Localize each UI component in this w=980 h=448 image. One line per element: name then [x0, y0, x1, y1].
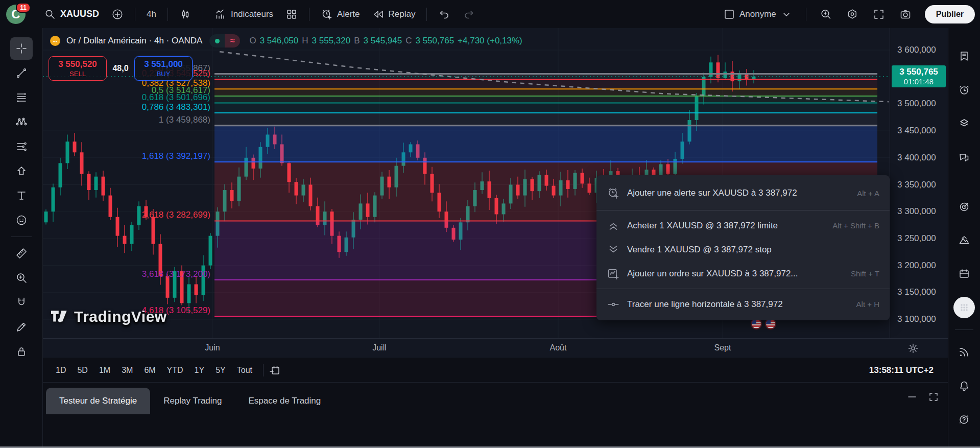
quick-search-button[interactable]	[815, 5, 837, 24]
context-menu-item[interactable]: Tracer une ligne horizontale à 3 387,972…	[596, 292, 890, 316]
help-icon	[958, 413, 970, 426]
price-tick: 3 350,000	[897, 180, 936, 190]
sidebar-screener-icon[interactable]	[953, 196, 975, 217]
tool-emoji-icon[interactable]	[10, 209, 33, 231]
tool-magnet-icon[interactable]	[10, 291, 33, 314]
layout-square-icon	[723, 8, 735, 20]
redo-button[interactable]	[458, 5, 480, 24]
time-axis-month[interactable]: Août	[543, 343, 573, 352]
sidebar-divider	[955, 329, 973, 330]
indicators-icon	[214, 8, 227, 20]
timeframe-6m[interactable]: 6M	[138, 363, 161, 378]
sidebar-ideas-icon[interactable]	[953, 229, 975, 251]
timeframe-3m[interactable]: 3M	[116, 363, 138, 378]
timeframe-1y[interactable]: 1Y	[189, 363, 210, 378]
tab-replay-trading[interactable]: Replay Trading	[150, 388, 235, 414]
sidebar-watchlist-icon[interactable]	[953, 45, 975, 67]
context-menu-item-label: Acheter 1 XAUUSD @ 3 387,972 limite	[627, 221, 778, 231]
layout-grid-icon	[285, 8, 298, 20]
sidebar-apps-grid-icon[interactable]	[953, 297, 975, 318]
chart-style-button[interactable]	[174, 5, 197, 24]
tool-ruler-icon[interactable]	[10, 242, 33, 265]
context-menu-item[interactable]: Ajouter un ordre sur XAUUSD à 3 387,972.…	[596, 262, 890, 286]
chart-settings-button[interactable]	[841, 5, 864, 24]
price-axis[interactable]: 3 600,0003 500,0003 450,0003 400,0003 35…	[890, 28, 948, 338]
fullscreen-button[interactable]	[868, 5, 890, 24]
buy-button[interactable]: 3 551,000 BUY	[134, 56, 193, 81]
alert-button[interactable]: Alerte	[316, 5, 365, 24]
sidebar-alarm-clock-icon[interactable]	[953, 79, 975, 101]
sidebar-calendar-icon[interactable]	[953, 263, 975, 285]
tool-pencil-icon[interactable]	[10, 316, 33, 338]
price-tick: 3 400,000	[897, 153, 936, 163]
market-open-dot	[209, 34, 225, 48]
lock-icon	[15, 345, 28, 358]
tool-fib-retracement-icon[interactable]	[10, 86, 33, 109]
sidebar-bell-icon[interactable]	[953, 375, 975, 396]
timeframe-1m[interactable]: 1M	[93, 363, 116, 378]
layout-select-button[interactable]: Anonyme	[718, 5, 798, 24]
snapshot-button[interactable]	[894, 5, 917, 24]
ideas-icon	[958, 234, 970, 246]
price-tick: 3 600,000	[897, 45, 936, 55]
time-axis-month[interactable]: Juin	[197, 343, 228, 352]
compare-add-button[interactable]	[106, 5, 129, 24]
market-status-pill[interactable]: ≈	[209, 34, 240, 48]
timeframe-5d[interactable]: 5D	[71, 363, 93, 378]
time-axis[interactable]: JuinJuillAoûtSept	[43, 338, 948, 358]
alert-label: Alerte	[337, 9, 360, 19]
tool-text-icon[interactable]	[10, 184, 33, 207]
sidebar-chat-icon[interactable]	[953, 147, 975, 168]
sidebar-object-tree-icon[interactable]	[953, 113, 975, 134]
timeframe-1d[interactable]: 1D	[50, 363, 71, 378]
watermark-text: TradingView	[74, 308, 167, 325]
sidebar-news-icon[interactable]	[953, 341, 975, 363]
time-axis-month[interactable]: Juill	[364, 343, 395, 352]
time-axis-month[interactable]: Sept	[707, 343, 738, 352]
tool-xabcd-pattern-icon[interactable]	[10, 111, 33, 133]
tab-testeur-de-strat-gie[interactable]: Testeur de Stratégie	[46, 388, 150, 414]
tool-lock-icon[interactable]	[10, 340, 33, 363]
interval-button[interactable]: 4h	[141, 6, 161, 23]
sell-label: SELL	[69, 70, 86, 78]
tab-espace-de-trading[interactable]: Espace de Trading	[235, 388, 334, 414]
toolbar-divider	[11, 237, 32, 237]
toolbar-divider	[263, 364, 264, 376]
tool-crosshair-icon[interactable]	[10, 37, 33, 60]
expand-panel-icon[interactable]	[927, 391, 940, 403]
flash-search-icon	[820, 8, 832, 20]
replay-button[interactable]: Replay	[367, 5, 421, 24]
trendline-icon	[15, 67, 28, 79]
timeframe-ytd[interactable]: YTD	[161, 363, 189, 378]
axis-settings-gear-icon[interactable]	[907, 342, 919, 355]
tool-trendline-icon[interactable]	[10, 62, 33, 84]
timeframe-tout[interactable]: Tout	[231, 363, 258, 378]
indicators-button[interactable]: Indicateurs	[209, 5, 278, 24]
context-menu-item[interactable]: Ajouter une alerte sur XAUUSD à 3 387,97…	[596, 179, 890, 207]
sidebar-help-icon[interactable]	[953, 409, 975, 430]
tool-arrow-marker-icon[interactable]	[10, 160, 33, 182]
interval-label: 4h	[147, 9, 156, 19]
hexagon-settings-icon	[846, 8, 858, 20]
minimize-panel-icon[interactable]	[906, 391, 918, 403]
horizontal-line-icon	[607, 298, 623, 311]
account-menu-button[interactable]: C 11	[6, 5, 26, 24]
sell-button[interactable]: 3 550,520 SELL	[49, 56, 107, 81]
sell-price: 3 550,520	[58, 59, 97, 69]
clock-utc[interactable]: 13:58:11 UTC+2	[869, 365, 941, 375]
context-menu-item[interactable]: Acheter 1 XAUUSD @ 3 387,972 limiteAlt +…	[596, 214, 890, 238]
symbol-search-button[interactable]: XAUUSD	[39, 5, 104, 24]
tool-long-position-icon[interactable]	[10, 135, 33, 158]
undo-button[interactable]	[433, 5, 456, 24]
chart-title[interactable]: Or / Dollar Américain · 4h · OANDA	[66, 36, 202, 46]
current-price-value: 3 550,765	[892, 67, 946, 77]
publish-button[interactable]: Publier	[925, 5, 975, 23]
search-icon	[44, 8, 56, 20]
tool-zoom-in-icon[interactable]	[10, 267, 33, 289]
context-menu-item[interactable]: Vendre 1 XAUUSD @ 3 387,972 stop	[596, 238, 890, 262]
fullscreen-icon	[873, 8, 885, 20]
go-to-date-icon[interactable]	[269, 364, 281, 376]
bottom-toolbar: 1D5D1M3M6MYTD1Y5YTout13:58:11 UTC+2	[43, 358, 948, 382]
indicator-templates-button[interactable]	[280, 5, 303, 24]
timeframe-5y[interactable]: 5Y	[210, 363, 231, 378]
